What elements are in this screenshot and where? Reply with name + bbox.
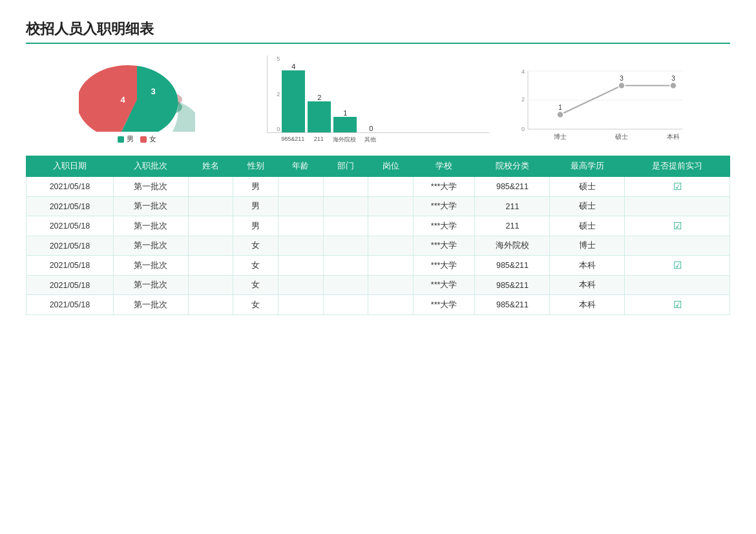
table-cell — [368, 197, 414, 216]
bar-xlabel-2: 海外院校 — [333, 136, 356, 144]
table-cell — [278, 236, 324, 256]
table-cell: ***大学 — [413, 295, 475, 315]
table-cell: 男 — [233, 197, 278, 216]
svg-text:硕士: 硕士 — [614, 133, 628, 140]
female-color-dot — [140, 136, 147, 143]
page-title: 校招人员入职明细表 — [26, 19, 730, 44]
table-row: 2021/05/18第一批次男***大学985&211硕士☑ — [26, 177, 730, 197]
bar-group-0: 4 — [282, 63, 305, 132]
table-cell-intern: ☑ — [625, 256, 730, 276]
legend-female-label: 女 — [149, 134, 156, 144]
svg-point-12 — [618, 83, 625, 89]
th-school: 学校 — [413, 156, 475, 177]
bar-value-2: 1 — [343, 109, 347, 117]
table-cell — [278, 177, 324, 197]
th-age: 年龄 — [278, 156, 324, 177]
bar-xlabel-3: 其他 — [359, 136, 382, 144]
svg-text:3: 3 — [671, 75, 675, 82]
table-cell-intern: ☑ — [625, 216, 730, 236]
bar-x-labels: 985&211 211 海外院校 其他 — [267, 136, 488, 144]
th-batch: 入职批次 — [113, 156, 188, 177]
table-cell: 第一批次 — [113, 236, 188, 256]
checked-icon: ☑ — [673, 220, 682, 231]
svg-text:3: 3 — [151, 87, 155, 96]
bar-0 — [282, 70, 305, 132]
table-cell: 985&211 — [475, 177, 550, 197]
bar-1 — [308, 101, 331, 132]
svg-text:4: 4 — [120, 95, 125, 105]
svg-text:0: 0 — [521, 126, 525, 132]
table-cell — [368, 216, 414, 236]
table-cell — [278, 295, 324, 315]
table-cell: 硕士 — [550, 177, 625, 197]
table-cell: 女 — [233, 276, 278, 295]
table-cell: 硕士 — [550, 197, 625, 216]
table-header-row: 入职日期 入职批次 姓名 性别 年龄 部门 岗位 学校 院校分类 最高学历 是否… — [26, 156, 730, 177]
table-cell-intern: ☑ — [625, 177, 730, 197]
bar-chart-inner: 5 2 0 4 2 1 0 — [267, 56, 488, 133]
bar-chart: 5 2 0 4 2 1 0 — [267, 56, 488, 144]
table-cell — [188, 177, 233, 197]
table-cell: 211 — [475, 197, 550, 216]
table-cell: ***大学 — [413, 256, 475, 276]
table-cell: 2021/05/18 — [26, 177, 114, 197]
table-cell — [368, 256, 414, 276]
table-cell — [188, 295, 233, 315]
bar-group-2: 1 — [333, 109, 357, 132]
table-cell — [368, 236, 414, 256]
table-cell: ***大学 — [413, 276, 475, 295]
table-row: 2021/05/18第一批次女***大学海外院校博士 — [26, 236, 730, 256]
svg-text:本科: 本科 — [667, 133, 680, 140]
table-cell: 男 — [233, 177, 278, 197]
table-cell: 第一批次 — [113, 216, 188, 236]
table-cell — [368, 295, 414, 315]
table-cell — [188, 256, 233, 276]
table-row: 2021/05/18第一批次女***大学985&211本科☑ — [26, 295, 730, 315]
svg-text:博士: 博士 — [554, 133, 567, 140]
table-cell: 女 — [233, 236, 278, 256]
table-cell: 985&211 — [475, 276, 550, 295]
table-body: 2021/05/18第一批次男***大学985&211硕士☑2021/05/18… — [26, 177, 730, 315]
table-cell — [188, 216, 233, 236]
table-cell: ***大学 — [413, 236, 475, 256]
bar-value-1: 2 — [317, 94, 321, 101]
th-date: 入职日期 — [26, 156, 114, 177]
table-row: 2021/05/18第一批次男***大学211硕士☑ — [26, 216, 730, 236]
table-cell — [323, 216, 368, 236]
table-cell — [368, 276, 414, 295]
checked-icon: ☑ — [673, 181, 682, 192]
y-label-2: 2 — [277, 91, 280, 98]
male-color-dot — [118, 136, 124, 143]
table-cell: 第一批次 — [113, 295, 188, 315]
table-cell: 第一批次 — [113, 256, 188, 276]
table-cell: 2021/05/18 — [26, 295, 114, 315]
data-table: 入职日期 入职批次 姓名 性别 年龄 部门 岗位 学校 院校分类 最高学历 是否… — [26, 156, 730, 315]
th-edu: 最高学历 — [550, 156, 625, 177]
table-cell: 211 — [475, 216, 550, 236]
table-cell: 男 — [233, 216, 278, 236]
table-cell — [188, 236, 233, 256]
svg-text:4: 4 — [521, 68, 525, 75]
table-cell-intern — [625, 276, 730, 295]
table-cell — [188, 276, 233, 295]
bar-value-3: 0 — [369, 125, 373, 132]
table-cell: 2021/05/18 — [26, 216, 114, 236]
table-cell: 海外院校 — [475, 236, 550, 256]
table-cell: 硕士 — [550, 216, 625, 236]
th-category: 院校分类 — [475, 156, 550, 177]
pie-chart: 4 3 男 女 — [26, 61, 247, 144]
table-cell: ***大学 — [413, 216, 475, 236]
table-cell — [323, 197, 368, 216]
table-row: 2021/05/18第一批次女***大学985&211本科☑ — [26, 256, 730, 276]
table-cell — [323, 177, 368, 197]
bar-group-3: 0 — [359, 125, 383, 132]
table-cell — [368, 177, 414, 197]
charts-area: 4 3 男 女 5 2 0 4 — [26, 56, 730, 144]
table-cell — [323, 256, 368, 276]
legend-male: 男 — [118, 134, 134, 144]
table-cell-intern — [625, 197, 730, 216]
table-cell — [323, 276, 368, 295]
line-chart-svg-wrap: 4 2 0 1 3 3 博士 硕士 — [509, 65, 730, 144]
table-cell: 第一批次 — [113, 177, 188, 197]
table-cell-intern: ☑ — [625, 295, 730, 315]
